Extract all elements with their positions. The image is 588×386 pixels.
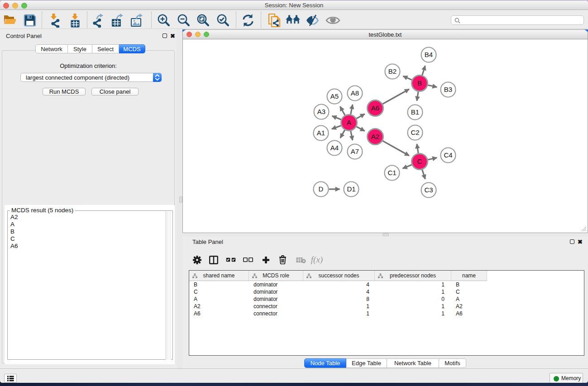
export-network-button[interactable] [91,13,107,28]
function-builder-button[interactable]: f(x) [310,253,324,267]
control-tab-network[interactable]: Network [35,44,68,53]
horizontal-splitter-handle[interactable] [382,233,389,236]
tab-node-table[interactable]: Node Table [304,358,346,368]
resize-grip[interactable] [580,225,587,232]
close-panel-button[interactable]: Close panel [91,88,139,95]
node-C4[interactable]: C4 [441,148,456,163]
search-input[interactable] [462,16,580,24]
memory-button[interactable]: Memory [550,373,583,383]
edge-A-A1[interactable] [332,125,341,129]
column-header-predecessor-nodes[interactable]: predecessor nodes [375,271,451,281]
table-panel-float-button[interactable] [570,239,574,244]
edge-A-A8[interactable] [351,105,353,114]
table-row[interactable]: Adominator80A [189,295,584,303]
edge-B-B1[interactable] [417,91,418,101]
edge-A6-B[interactable] [382,89,409,104]
select-all-checkboxes-button[interactable] [224,253,238,267]
column-header-shared-name[interactable]: shared name [189,271,249,281]
task-history-button[interactable] [4,374,17,383]
edge-B-B4[interactable] [422,66,425,75]
criterion-dropdown[interactable]: largest connected component (directed) [20,73,162,82]
run-mcds-button[interactable]: Run MCDS [43,88,86,95]
edge-B-B3[interactable] [428,85,437,87]
node-B2[interactable]: B2 [385,64,400,79]
import-network-button[interactable] [47,13,62,28]
column-header-name[interactable]: name [451,271,487,281]
node-A1[interactable]: A1 [314,126,329,141]
mcds-result-item[interactable]: C [10,235,18,243]
edge-A-A3[interactable] [332,116,341,119]
control-tab-mcds[interactable]: MCDS [119,44,145,53]
edge-C-C3[interactable] [422,170,425,179]
node-B1[interactable]: B1 [408,105,423,120]
node-A3[interactable]: A3 [314,105,329,119]
import-table-button[interactable] [67,13,83,28]
node-C3[interactable]: C3 [421,183,436,198]
node-A[interactable]: A [341,115,357,131]
control-panel-close-button[interactable]: ✖ [170,34,175,38]
edge-A2-C[interactable] [382,141,409,156]
edge-C-C1[interactable] [403,165,412,168]
export-image-button[interactable] [130,13,145,28]
table-row[interactable]: A2connector11A2 [189,303,584,310]
show-all-button[interactable] [325,13,340,28]
zoom-selected-button[interactable] [215,13,230,28]
node-A7[interactable]: A7 [348,144,363,159]
mcds-result-list[interactable]: A2ABCA6 [10,214,18,250]
delete-column-button[interactable] [275,253,290,267]
node-C1[interactable]: C1 [385,166,400,181]
node-C[interactable]: C [412,154,428,170]
node-D1[interactable]: D1 [344,182,359,197]
mcds-result-scrollbar[interactable] [165,211,171,360]
export-table-button[interactable] [110,13,126,28]
node-A2[interactable]: A2 [368,129,383,145]
edge-A-A2[interactable] [356,127,364,131]
edge-C-C4[interactable] [428,158,437,160]
zoom-fit-button[interactable] [195,13,210,28]
control-panel-float-button[interactable] [163,33,167,38]
apply-layout-button[interactable] [240,13,256,28]
deselect-all-checkboxes-button[interactable] [241,253,255,267]
tab-edge-table[interactable]: Edge Table [346,358,387,368]
first-neighbors-button[interactable] [285,13,301,28]
table-row[interactable]: A6connector11A6 [189,310,584,317]
edge-B-B2[interactable] [403,76,412,80]
column-header-successor-nodes[interactable]: successor nodes [303,271,375,281]
tab-network-table[interactable]: Network Table [387,358,439,368]
save-session-button[interactable] [22,13,38,28]
create-column-button[interactable] [258,253,273,267]
zoom-in-button[interactable] [156,13,171,28]
zoom-out-button[interactable] [176,13,191,28]
vertical-splitter-handle[interactable] [179,196,182,203]
node-B4[interactable]: B4 [421,48,436,62]
node-A4[interactable]: A4 [327,141,342,156]
node-B[interactable]: B [412,76,428,91]
node-A8[interactable]: A8 [348,86,363,101]
open-session-button[interactable] [2,13,18,28]
hide-selected-button[interactable] [305,13,320,28]
control-tab-style[interactable]: Style [68,44,92,53]
delete-table-button[interactable] [294,253,308,267]
node-A5[interactable]: A5 [327,89,342,104]
search-field[interactable] [451,15,584,25]
edge-A-A4[interactable] [340,130,345,138]
table-row[interactable]: Cdominator41C [189,288,584,295]
mcds-result-item[interactable]: A [10,221,18,228]
edge-A-A6[interactable] [356,114,365,119]
tab-motifs[interactable]: Motifs [439,358,466,368]
edge-A-A7[interactable] [351,131,353,140]
node-D[interactable]: D [314,182,329,197]
node-B3[interactable]: B3 [441,82,456,97]
mcds-result-item[interactable]: B [10,228,18,235]
mcds-result-item[interactable]: A2 [10,214,18,221]
table-row[interactable]: Bdominator41B [189,281,584,288]
edge-C-C2[interactable] [417,144,418,153]
mcds-result-item[interactable]: A6 [10,243,18,250]
table-panel-close-button[interactable]: ✖ [578,240,583,244]
show-column-panel-button[interactable] [206,253,221,267]
control-tab-select[interactable]: Select [92,44,119,53]
table-options-button[interactable] [190,253,204,267]
new-network-from-selection-button[interactable] [267,13,282,28]
network-canvas[interactable]: AA1A3A4A5A7A8A6A2BB1B2B3B4CC1C2C3C4DD1 [183,39,588,233]
node-C2[interactable]: C2 [408,125,423,140]
